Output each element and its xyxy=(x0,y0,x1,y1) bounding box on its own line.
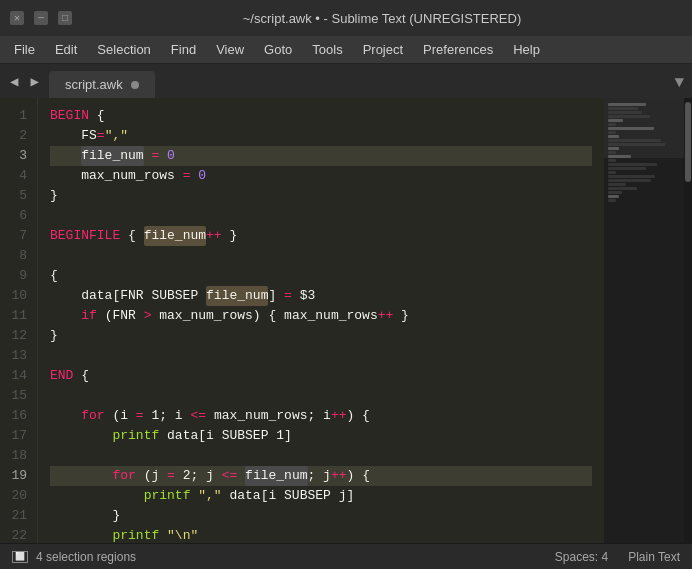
code-line-15 xyxy=(50,386,592,406)
menu-bar: File Edit Selection Find View Goto Tools… xyxy=(0,36,692,64)
scrollbar-thumb[interactable] xyxy=(685,102,691,182)
menu-project[interactable]: Project xyxy=(353,38,413,61)
status-bar: ⬜ 4 selection regions Spaces: 4 Plain Te… xyxy=(0,543,692,569)
line-num-6: 6 xyxy=(0,206,37,226)
code-line-1: BEGIN { xyxy=(50,106,592,126)
menu-help[interactable]: Help xyxy=(503,38,550,61)
code-line-5: } xyxy=(50,186,592,206)
code-line-13 xyxy=(50,346,592,366)
code-line-22: printf "\n" xyxy=(50,526,592,543)
code-line-9: { xyxy=(50,266,592,286)
status-left: ⬜ 4 selection regions xyxy=(12,550,555,564)
window-title: ~/script.awk • - Sublime Text (UNREGISTE… xyxy=(82,11,682,26)
code-editor[interactable]: BEGIN { FS="," file_num = 0 max_num_rows… xyxy=(38,98,604,543)
line-num-17: 17 xyxy=(0,426,37,446)
tab-prev-button[interactable]: ◀ xyxy=(4,69,24,94)
tab-bar: ◀ ▶ script.awk ▼ xyxy=(0,64,692,98)
tab-label: script.awk xyxy=(65,77,123,92)
close-button[interactable]: ✕ xyxy=(10,11,24,25)
line-num-2: 2 xyxy=(0,126,37,146)
code-line-10: data[FNR SUBSEP file_num] = $3 xyxy=(50,286,592,306)
line-num-5: 5 xyxy=(0,186,37,206)
line-num-15: 15 xyxy=(0,386,37,406)
menu-file[interactable]: File xyxy=(4,38,45,61)
line-num-13: 13 xyxy=(0,346,37,366)
line-num-11: 11 xyxy=(0,306,37,326)
line-num-20: 20 xyxy=(0,486,37,506)
tab-modified-indicator xyxy=(131,81,139,89)
line-num-10: 10 xyxy=(0,286,37,306)
menu-preferences[interactable]: Preferences xyxy=(413,38,503,61)
code-line-17: printf data[i SUBSEP 1] xyxy=(50,426,592,446)
line-num-9: 9 xyxy=(0,266,37,286)
vertical-scrollbar[interactable] xyxy=(684,98,692,543)
line-num-18: 18 xyxy=(0,446,37,466)
minimap[interactable] xyxy=(604,98,684,543)
line-num-14: 14 xyxy=(0,366,37,386)
code-line-18 xyxy=(50,446,592,466)
maximize-button[interactable]: □ xyxy=(58,11,72,25)
menu-view[interactable]: View xyxy=(206,38,254,61)
code-line-7: BEGINFILE { file_num++ } xyxy=(50,226,592,246)
code-line-2: FS="," xyxy=(50,126,592,146)
monitor-icon: ⬜ xyxy=(12,551,28,563)
line-numbers: 1 2 3 4 5 6 7 8 9 10 11 12 13 14 15 16 1… xyxy=(0,98,38,543)
selection-regions-label: 4 selection regions xyxy=(36,550,136,564)
menu-tools[interactable]: Tools xyxy=(302,38,352,61)
line-num-4: 4 xyxy=(0,166,37,186)
code-line-20: printf "," data[i SUBSEP j] xyxy=(50,486,592,506)
code-line-12: } xyxy=(50,326,592,346)
line-num-3: 3 xyxy=(0,146,37,166)
code-line-11: if (FNR > max_num_rows) { max_num_rows++… xyxy=(50,306,592,326)
code-line-8 xyxy=(50,246,592,266)
menu-selection[interactable]: Selection xyxy=(87,38,160,61)
line-num-16: 16 xyxy=(0,406,37,426)
code-line-3: file_num = 0 xyxy=(50,146,592,166)
title-bar: ✕ ─ □ ~/script.awk • - Sublime Text (UNR… xyxy=(0,0,692,36)
menu-find[interactable]: Find xyxy=(161,38,206,61)
menu-edit[interactable]: Edit xyxy=(45,38,87,61)
line-num-21: 21 xyxy=(0,506,37,526)
code-line-6 xyxy=(50,206,592,226)
line-num-19: 19 xyxy=(0,466,37,486)
code-line-19: for (j = 2; j <= file_num; j++) { xyxy=(50,466,592,486)
line-num-22: 22 xyxy=(0,526,37,543)
code-line-21: } xyxy=(50,506,592,526)
line-num-12: 12 xyxy=(0,326,37,346)
menu-goto[interactable]: Goto xyxy=(254,38,302,61)
line-num-8: 8 xyxy=(0,246,37,266)
line-num-7: 7 xyxy=(0,226,37,246)
tab-script-awk[interactable]: script.awk xyxy=(49,71,155,98)
code-line-14: END { xyxy=(50,366,592,386)
tab-next-button[interactable]: ▶ xyxy=(24,69,44,94)
status-right: Spaces: 4 Plain Text xyxy=(555,550,680,564)
encoding-label[interactable]: Plain Text xyxy=(628,550,680,564)
editor-area: 1 2 3 4 5 6 7 8 9 10 11 12 13 14 15 16 1… xyxy=(0,98,692,543)
line-num-1: 1 xyxy=(0,106,37,126)
code-line-4: max_num_rows = 0 xyxy=(50,166,592,186)
code-line-16: for (i = 1; i <= max_num_rows; i++) { xyxy=(50,406,592,426)
minimize-button[interactable]: ─ xyxy=(34,11,48,25)
spaces-label[interactable]: Spaces: 4 xyxy=(555,550,608,564)
tab-dropdown-button[interactable]: ▼ xyxy=(674,74,684,92)
